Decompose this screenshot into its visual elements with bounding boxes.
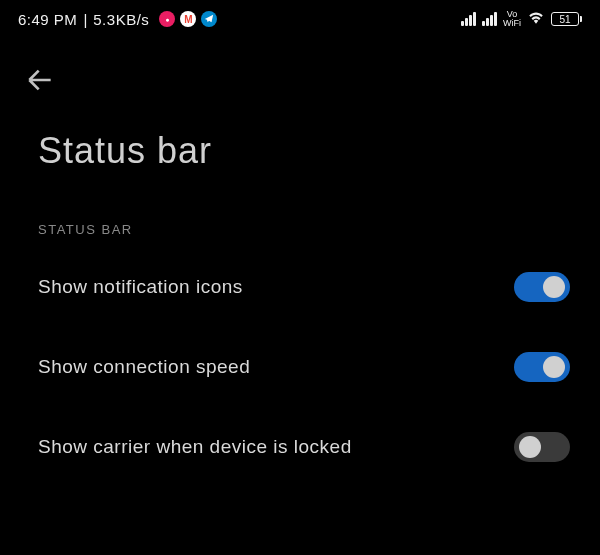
toggle-knob — [543, 356, 565, 378]
status-left-group: 6:49 PM | 5.3KB/s ● M — [18, 11, 217, 28]
telegram-icon — [201, 11, 217, 27]
section-header: STATUS BAR — [0, 172, 600, 247]
setting-label: Show connection speed — [38, 356, 250, 378]
setting-notification-icons[interactable]: Show notification icons — [0, 247, 600, 327]
clock-time: 6:49 PM — [18, 11, 77, 28]
setting-label: Show notification icons — [38, 276, 243, 298]
page-title: Status bar — [0, 100, 600, 172]
signal-bars-icon — [461, 12, 476, 26]
app-notification-icon: ● — [159, 11, 175, 27]
toggle-knob — [543, 276, 565, 298]
system-status-bar: 6:49 PM | 5.3KB/s ● M Vo WiFi 51 — [0, 0, 600, 34]
toggle-knob — [519, 436, 541, 458]
separator: | — [83, 11, 87, 28]
vowifi-icon: Vo WiFi — [503, 10, 521, 28]
status-right-group: Vo WiFi 51 — [461, 10, 582, 28]
back-button[interactable] — [0, 34, 600, 100]
arrow-left-icon — [24, 64, 56, 96]
gmail-icon: M — [180, 11, 196, 27]
setting-carrier-locked[interactable]: Show carrier when device is locked — [0, 407, 600, 487]
wifi-icon — [527, 10, 545, 28]
toggle-notification-icons[interactable] — [514, 272, 570, 302]
setting-connection-speed[interactable]: Show connection speed — [0, 327, 600, 407]
toggle-connection-speed[interactable] — [514, 352, 570, 382]
connection-speed-indicator: 5.3KB/s — [93, 11, 149, 28]
battery-level: 51 — [551, 12, 579, 26]
toggle-carrier-locked[interactable] — [514, 432, 570, 462]
battery-icon: 51 — [551, 12, 582, 26]
notification-icons-group: ● M — [159, 11, 217, 27]
signal-bars-icon-2 — [482, 12, 497, 26]
setting-label: Show carrier when device is locked — [38, 436, 352, 458]
